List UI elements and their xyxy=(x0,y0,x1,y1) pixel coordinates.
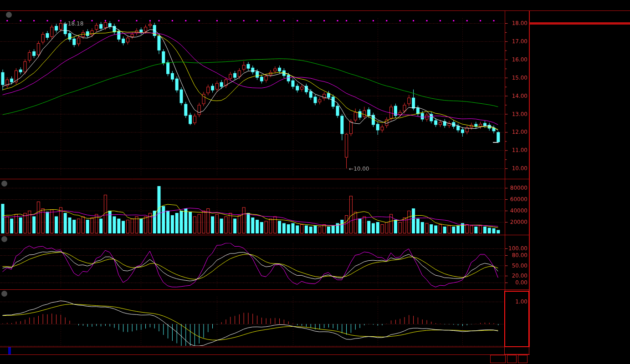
volume-pane-header xyxy=(1,181,30,187)
template-button[interactable] xyxy=(490,355,506,363)
weibi-value xyxy=(551,14,593,22)
active-pane-indicator xyxy=(504,291,529,347)
chevron-down-icon[interactable] xyxy=(6,12,12,18)
toolbar-divider xyxy=(0,10,630,11)
chevron-down-icon[interactable] xyxy=(1,291,7,297)
main-pane-header xyxy=(1,12,30,18)
date-label xyxy=(8,347,11,354)
weicha-value xyxy=(620,14,628,22)
weicha-label xyxy=(593,14,620,22)
period-label-box[interactable] xyxy=(504,347,529,354)
chevron-down-icon[interactable] xyxy=(1,236,7,242)
chevron-down-icon[interactable] xyxy=(1,181,7,187)
macd-pane-header xyxy=(1,291,26,297)
fundamental-info xyxy=(530,24,630,25)
weibi-row xyxy=(530,14,630,22)
quote-panel xyxy=(529,0,630,364)
zoom-out-button[interactable] xyxy=(518,355,528,363)
top-toolbar xyxy=(0,0,530,10)
zoom-in-button[interactable] xyxy=(507,355,517,363)
x-axis-row xyxy=(0,347,530,354)
tdx-app xyxy=(0,0,630,364)
chart-canvas[interactable] xyxy=(0,0,529,347)
indicator-tabbar xyxy=(0,354,530,364)
weibi-label xyxy=(532,14,551,22)
kdj-pane-header xyxy=(1,236,26,242)
